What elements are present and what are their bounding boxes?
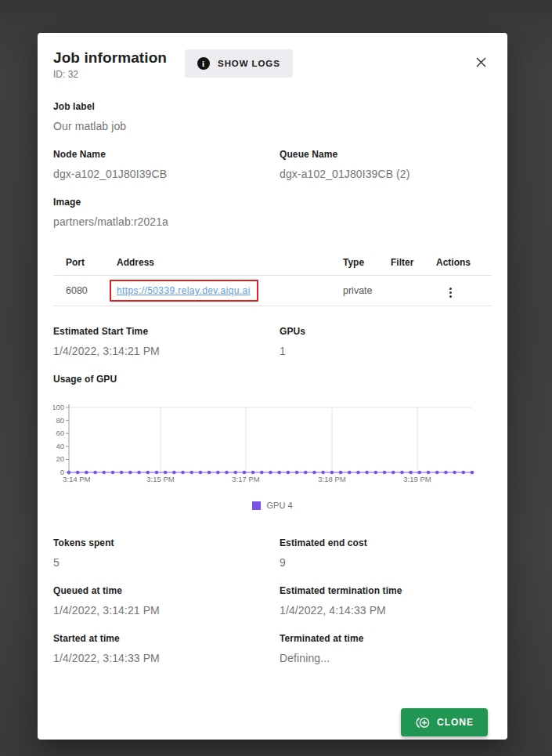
field-label: Terminated at time [280,633,492,644]
field-label: Queued at time [53,585,280,596]
svg-text:80: 80 [56,416,64,425]
field-estimated-start: Estimated Start Time 1/4/2022, 3:14:21 P… [53,326,280,357]
field-label: Tokens spent [53,537,280,548]
column-header-type: Type [330,257,378,268]
field-label: Estimated Start Time [53,326,280,337]
svg-text:3:17 PM: 3:17 PM [232,475,259,483]
dialog-header: Job information ID: 32 i SHOW LOGS [38,33,507,80]
field-gpus: GPUs 1 [280,326,492,357]
field-label: Queue Name [280,149,492,160]
svg-text:100: 100 [53,403,64,411]
annotation-highlight-box: https://50339.relay.dev.aiqu.ai [110,280,258,302]
field-value: dgx-a102_01J80I39CB (2) [280,168,492,180]
svg-text:3:19 PM: 3:19 PM [403,475,431,483]
svg-text:60: 60 [56,429,64,437]
svg-text:20: 20 [56,454,64,463]
column-header-actions: Actions [424,257,492,268]
svg-text:3:14 PM: 3:14 PM [63,475,90,483]
field-label: Estimated termination time [280,585,492,596]
address-cell: https://50339.relay.dev.aiqu.ai [104,280,330,302]
column-header-port: Port [53,257,104,268]
close-icon[interactable] [472,53,490,71]
page-title: Job information [53,49,167,67]
title-block: Job information ID: 32 [53,49,167,80]
address-link[interactable]: https://50339.relay.dev.aiqu.ai [117,285,251,296]
field-value: 1/4/2022, 4:14:33 PM [280,604,492,617]
column-header-address: Address [104,257,330,268]
port-cell: 6080 [53,285,104,296]
clone-button[interactable]: CLONE [401,708,488,736]
kebab-menu-icon[interactable] [447,285,454,300]
type-cell: private [330,285,378,296]
field-queue-name: Queue Name dgx-a102_01J80I39CB (2) [280,149,492,180]
field-value: 1/4/2022, 3:14:33 PM [53,652,280,664]
field-value: 1/4/2022, 3:14:21 PM [53,604,280,617]
field-image: Image partners/matlab:r2021a [53,197,492,228]
show-logs-button[interactable]: i SHOW LOGS [185,49,293,78]
table-header-row: Port Address Type Filter Actions [53,249,492,276]
info-icon: i [197,57,210,70]
field-label: Estimated end cost [280,537,492,548]
table-row: 6080 https://50339.relay.dev.aiqu.ai pri… [53,276,492,306]
svg-text:3:18 PM: 3:18 PM [318,475,345,483]
field-value: 9 [280,556,492,569]
actions-cell [424,281,492,300]
field-label: GPUs [280,326,492,337]
field-value: Defining... [280,652,492,664]
column-header-filter: Filter [378,257,424,268]
field-terminated-at: Terminated at time Defining... [280,633,492,664]
field-node-name: Node Name dgx-a102_01J80I39CB [53,149,280,180]
svg-text:3:15 PM: 3:15 PM [146,475,174,483]
gpu-usage-chart: 0204060801003:14 PM3:15 PM3:17 PM3:18 PM… [53,403,492,487]
ports-table: Port Address Type Filter Actions 6080 ht… [53,249,492,306]
field-queued-at: Queued at time 1/4/2022, 3:14:21 PM [53,585,280,617]
field-label: Job label [53,101,492,112]
svg-text:40: 40 [56,442,64,450]
field-value: 5 [53,556,280,569]
field-label: Image [53,197,492,208]
field-value: Our matlab job [53,120,492,132]
clone-label: CLONE [437,717,474,728]
clone-icon [415,717,430,729]
field-value: 1/4/2022, 3:14:21 PM [53,345,280,357]
field-started-at: Started at time 1/4/2022, 3:14:33 PM [53,633,280,664]
chart-legend: GPU 4 [53,501,492,510]
chart-title: Usage of GPU [53,374,492,385]
job-information-dialog: Job information ID: 32 i SHOW LOGS Job l… [38,33,507,740]
field-estimated-end-cost: Estimated end cost 9 [280,537,492,569]
legend-label: GPU 4 [266,501,292,510]
field-value: dgx-a102_01J80I39CB [53,168,280,180]
field-label: Started at time [53,633,280,644]
field-tokens-spent: Tokens spent 5 [53,537,280,569]
show-logs-label: SHOW LOGS [218,59,280,68]
field-job-label: Job label Our matlab job [53,101,492,132]
job-id-label: ID: 32 [53,69,167,80]
field-label: Node Name [53,149,280,160]
legend-swatch [252,501,261,510]
field-estimated-termination: Estimated termination time 1/4/2022, 4:1… [280,585,492,617]
field-value: partners/matlab:r2021a [53,215,492,228]
field-value: 1 [280,345,492,357]
